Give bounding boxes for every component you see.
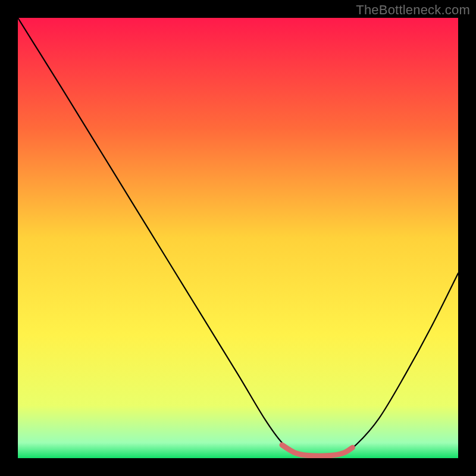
- chart-frame: TheBottleneck.com: [0, 0, 476, 476]
- chart-background: [18, 18, 458, 458]
- chart-svg: [18, 18, 458, 458]
- chart-plot-area: [18, 18, 458, 458]
- watermark-text: TheBottleneck.com: [356, 2, 470, 18]
